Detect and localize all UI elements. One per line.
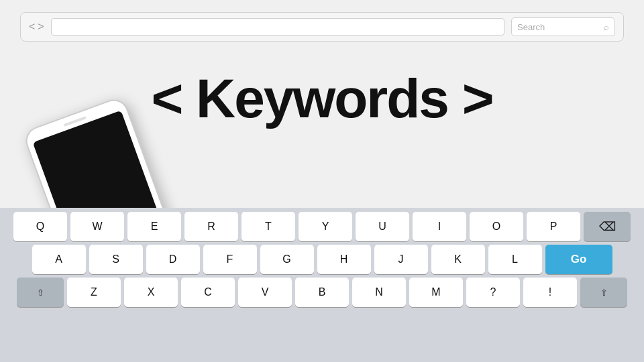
forward-button[interactable]: > (38, 21, 44, 32)
key-m[interactable]: M (409, 278, 463, 307)
key-c[interactable]: C (181, 278, 235, 307)
key-z[interactable]: Z (67, 278, 121, 307)
key-h[interactable]: H (317, 245, 371, 274)
key-g[interactable]: G (260, 245, 314, 274)
key-row-1: Q W E R T Y U I O P ⌫ (3, 212, 641, 241)
key-u[interactable]: U (356, 212, 409, 241)
key-l[interactable]: L (488, 245, 542, 274)
search-box[interactable]: Search ⌕ (511, 17, 615, 36)
key-t[interactable]: T (241, 212, 295, 241)
search-icon: ⌕ (604, 22, 609, 32)
search-label: Search (517, 22, 545, 32)
key-a[interactable]: A (32, 245, 86, 274)
keyboard: Q W E R T Y U I O P ⌫ A S D F G H J K L … (0, 208, 644, 362)
key-n[interactable]: N (352, 278, 406, 307)
key-row-2: A S D F G H J K L Go (3, 245, 641, 274)
key-d[interactable]: D (146, 245, 200, 274)
key-question[interactable]: ? (466, 278, 520, 307)
shift-key[interactable]: ⇧ (17, 278, 64, 307)
key-f[interactable]: F (203, 245, 257, 274)
go-button[interactable]: Go (545, 245, 612, 274)
key-w[interactable]: W (70, 212, 124, 241)
key-y[interactable]: Y (299, 212, 352, 241)
key-row-3: ⇧ Z X C V B N M ? ! ⇧ (3, 278, 641, 307)
key-s[interactable]: S (89, 245, 143, 274)
key-k[interactable]: K (431, 245, 485, 274)
address-bar[interactable] (51, 18, 504, 36)
key-v[interactable]: V (238, 278, 292, 307)
key-r[interactable]: R (184, 212, 238, 241)
key-q[interactable]: Q (13, 212, 67, 241)
key-b[interactable]: B (295, 278, 349, 307)
key-exclaim[interactable]: ! (523, 278, 577, 307)
shift-key-right[interactable]: ⇧ (580, 278, 627, 307)
key-i[interactable]: I (413, 212, 466, 241)
key-o[interactable]: O (470, 212, 523, 241)
key-j[interactable]: J (374, 245, 428, 274)
key-e[interactable]: E (127, 212, 181, 241)
key-x[interactable]: X (124, 278, 178, 307)
browser-bar: < > Search ⌕ (20, 12, 624, 42)
key-p[interactable]: P (527, 212, 580, 241)
backspace-key[interactable]: ⌫ (584, 212, 631, 241)
back-button[interactable]: < (29, 21, 35, 32)
nav-buttons: < > (29, 21, 44, 32)
keyboard-rows: Q W E R T Y U I O P ⌫ A S D F G H J K L … (3, 212, 641, 307)
